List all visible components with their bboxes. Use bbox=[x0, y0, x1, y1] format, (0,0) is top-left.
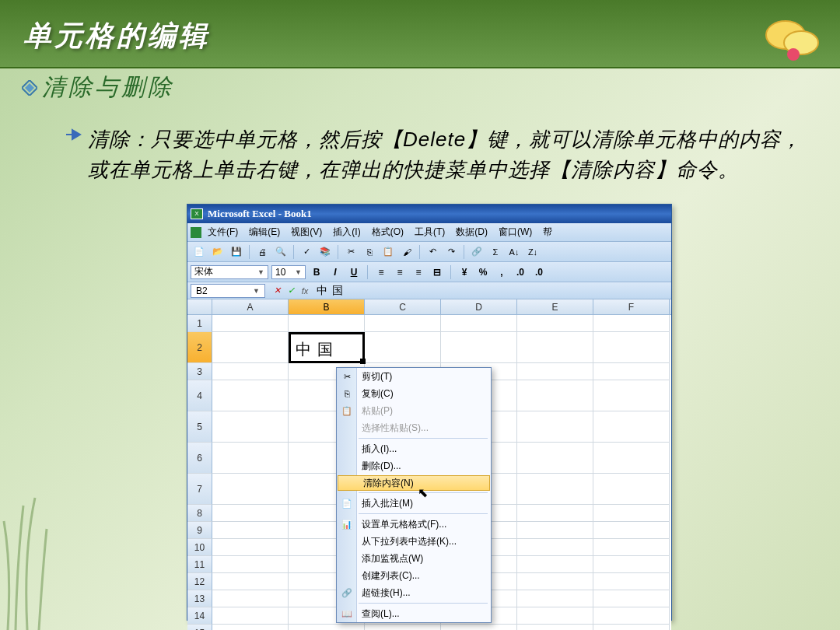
cell[interactable] bbox=[593, 380, 670, 411]
cell[interactable] bbox=[593, 573, 670, 590]
cell[interactable] bbox=[593, 505, 670, 522]
merge-button[interactable]: ⊟ bbox=[429, 265, 445, 279]
cell[interactable] bbox=[517, 363, 593, 380]
cell[interactable] bbox=[289, 315, 365, 332]
col-header-a[interactable]: A bbox=[212, 299, 289, 314]
col-header-c[interactable]: C bbox=[365, 299, 441, 314]
copy-button[interactable]: ⎘ bbox=[361, 244, 378, 260]
align-right-button[interactable]: ≡ bbox=[411, 265, 426, 279]
row-header-10[interactable]: 10 bbox=[187, 539, 212, 556]
cell[interactable] bbox=[517, 443, 593, 474]
cell[interactable] bbox=[517, 625, 593, 630]
print-button[interactable]: 🖨 bbox=[254, 244, 271, 260]
cell[interactable] bbox=[593, 539, 670, 556]
menu-tools[interactable]: 工具(T) bbox=[415, 226, 445, 239]
context-menu-item[interactable]: 📊设置单元格格式(F)... bbox=[337, 516, 491, 533]
row-header-12[interactable]: 12 bbox=[187, 573, 212, 590]
cell[interactable] bbox=[212, 625, 289, 630]
undo-button[interactable]: ↶ bbox=[424, 244, 441, 260]
menu-data[interactable]: 数据(D) bbox=[456, 226, 488, 239]
row-header-4[interactable]: 4 bbox=[187, 380, 212, 411]
cell[interactable] bbox=[517, 556, 593, 573]
cell[interactable] bbox=[212, 505, 289, 522]
cell[interactable] bbox=[212, 607, 289, 625]
redo-button[interactable]: ↷ bbox=[443, 244, 460, 260]
formula-input[interactable]: 中国 bbox=[312, 284, 671, 298]
menu-insert[interactable]: 插入(I) bbox=[333, 226, 360, 239]
cell[interactable] bbox=[593, 363, 670, 380]
cell[interactable] bbox=[289, 625, 365, 630]
cell[interactable] bbox=[593, 443, 670, 474]
row-header-11[interactable]: 11 bbox=[187, 556, 212, 573]
link-button[interactable]: 🔗 bbox=[468, 244, 485, 260]
col-header-b[interactable]: B bbox=[289, 299, 365, 314]
excel-titlebar[interactable]: X Microsoft Excel - Book1 bbox=[187, 205, 671, 223]
cell[interactable] bbox=[517, 332, 593, 363]
cell[interactable] bbox=[593, 315, 670, 332]
underline-button[interactable]: U bbox=[346, 265, 362, 279]
context-menu-item[interactable]: 🔗超链接(H)... bbox=[337, 584, 491, 601]
cell[interactable] bbox=[212, 539, 289, 556]
select-all-corner[interactable] bbox=[187, 299, 212, 314]
context-menu-item[interactable]: 从下拉列表中选择(K)... bbox=[337, 533, 491, 550]
comma-button[interactable]: , bbox=[494, 265, 509, 279]
col-header-f[interactable]: F bbox=[593, 299, 670, 314]
row-header-3[interactable]: 3 bbox=[187, 363, 212, 380]
row-header-13[interactable]: 13 bbox=[187, 590, 212, 607]
menu-format[interactable]: 格式(O) bbox=[372, 226, 404, 239]
percent-button[interactable]: % bbox=[475, 265, 491, 279]
cell[interactable] bbox=[593, 332, 670, 363]
row-header-7[interactable]: 7 bbox=[187, 474, 212, 505]
italic-button[interactable]: I bbox=[327, 265, 343, 279]
align-center-button[interactable]: ≡ bbox=[392, 265, 408, 279]
row-header-2[interactable]: 2 bbox=[187, 332, 212, 363]
cancel-icon[interactable]: ✕ bbox=[270, 285, 284, 297]
menu-help[interactable]: 帮 bbox=[543, 226, 552, 239]
align-left-button[interactable]: ≡ bbox=[373, 265, 389, 279]
decimal-inc-button[interactable]: .0 bbox=[513, 265, 528, 279]
row-header-1[interactable]: 1 bbox=[187, 315, 212, 332]
row-header-5[interactable]: 5 bbox=[187, 411, 212, 443]
col-header-d[interactable]: D bbox=[441, 299, 517, 314]
context-menu-item[interactable]: 📖查阅(L)... bbox=[337, 605, 491, 622]
spell-button[interactable]: ✓ bbox=[298, 244, 315, 260]
row-header-15[interactable]: 15 bbox=[187, 625, 212, 630]
row-header-6[interactable]: 6 bbox=[187, 443, 212, 474]
cell[interactable] bbox=[212, 522, 289, 539]
save-button[interactable]: 💾 bbox=[228, 244, 245, 260]
paste-button[interactable]: 📋 bbox=[380, 244, 397, 260]
cell[interactable] bbox=[593, 522, 670, 539]
cell[interactable] bbox=[517, 474, 593, 505]
cell[interactable] bbox=[212, 411, 289, 443]
cell[interactable] bbox=[212, 590, 289, 607]
cell[interactable] bbox=[212, 380, 289, 411]
new-button[interactable]: 📄 bbox=[191, 244, 208, 260]
cell[interactable] bbox=[517, 411, 593, 443]
context-menu-item[interactable]: ⎘复制(C) bbox=[337, 385, 491, 402]
menu-edit[interactable]: 编辑(E) bbox=[249, 226, 280, 239]
decimal-dec-button[interactable]: .0 bbox=[531, 265, 547, 279]
cell[interactable] bbox=[212, 332, 289, 363]
cell[interactable] bbox=[517, 522, 593, 539]
context-menu-item[interactable]: ✂剪切(T) bbox=[337, 368, 491, 385]
research-button[interactable]: 📚 bbox=[317, 244, 334, 260]
col-header-e[interactable]: E bbox=[517, 299, 593, 314]
cell[interactable] bbox=[593, 590, 670, 607]
cell[interactable] bbox=[212, 573, 289, 590]
cell[interactable] bbox=[441, 625, 517, 630]
cell[interactable] bbox=[441, 315, 517, 332]
format-painter-button[interactable]: 🖌 bbox=[398, 244, 415, 260]
cell[interactable] bbox=[212, 443, 289, 474]
cell[interactable] bbox=[517, 573, 593, 590]
cell[interactable] bbox=[593, 556, 670, 573]
row-header-14[interactable]: 14 bbox=[187, 607, 212, 625]
context-menu-item[interactable]: 删除(D)... bbox=[337, 457, 491, 474]
size-selector[interactable]: 10▼ bbox=[271, 265, 306, 279]
context-menu-item[interactable]: 创建列表(C)... bbox=[337, 567, 491, 584]
selected-cell-b2[interactable]: 中国 bbox=[289, 332, 365, 363]
context-menu-item[interactable]: 插入(I)... bbox=[337, 440, 491, 457]
context-menu-item[interactable]: 📄插入批注(M) bbox=[337, 495, 491, 512]
cell[interactable] bbox=[212, 315, 289, 332]
cell[interactable] bbox=[441, 332, 517, 363]
cell[interactable] bbox=[517, 590, 593, 607]
